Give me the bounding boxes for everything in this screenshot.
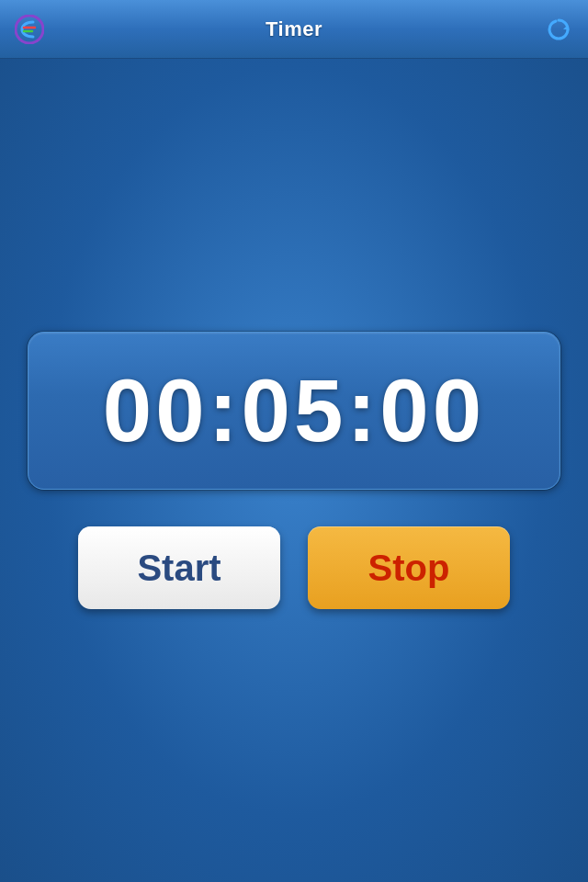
- navbar-title: Timer: [266, 17, 322, 41]
- app-logo-button[interactable]: [13, 13, 46, 46]
- navbar: Timer: [0, 0, 588, 59]
- refresh-icon: [545, 16, 572, 43]
- stop-button[interactable]: Stop: [308, 526, 510, 609]
- main-content: 00:05:00 Start Stop: [0, 59, 588, 882]
- refresh-button[interactable]: [542, 13, 575, 46]
- start-button[interactable]: Start: [78, 526, 280, 609]
- timer-value: 00:05:00: [103, 360, 485, 461]
- svg-point-0: [16, 16, 43, 43]
- stop-button-label: Stop: [368, 548, 450, 589]
- start-button-label: Start: [137, 548, 220, 589]
- buttons-row: Start Stop: [78, 526, 510, 609]
- timer-display: 00:05:00: [28, 332, 560, 490]
- app-logo-icon: [15, 15, 44, 44]
